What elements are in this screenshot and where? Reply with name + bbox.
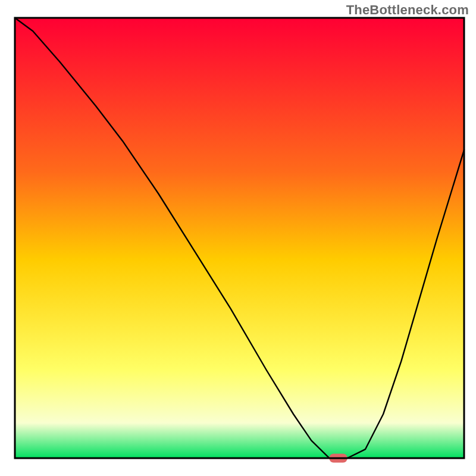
watermark-text: TheBottleneck.com — [346, 2, 469, 18]
bottleneck-chart — [0, 0, 476, 476]
chart-container: TheBottleneck.com — [0, 0, 476, 476]
plot-area — [15, 18, 464, 463]
plot-background — [15, 18, 464, 458]
